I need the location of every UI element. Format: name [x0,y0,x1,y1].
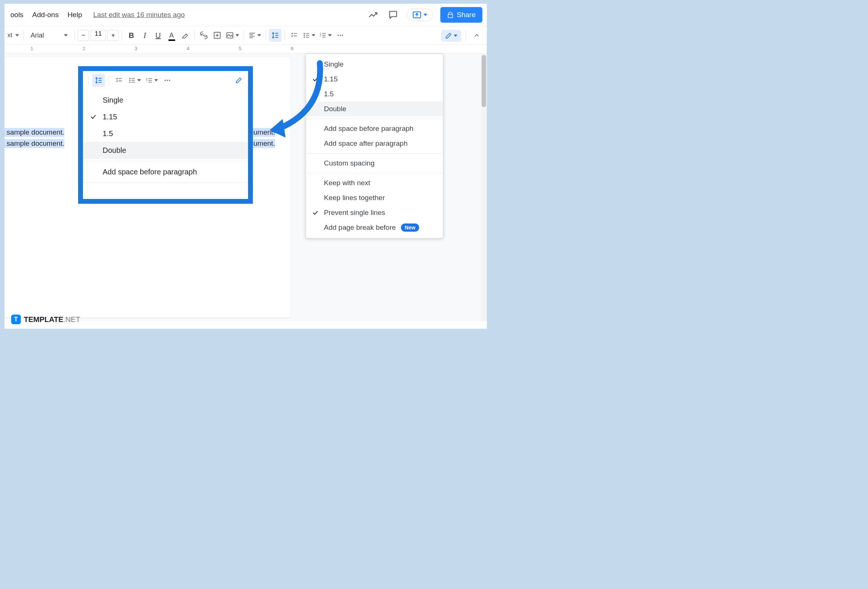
line-spacing-button[interactable] [269,29,282,42]
chevron-down-icon [424,14,427,16]
separator [466,31,466,41]
line-spacing-dropdown: Single 1.15 1.5 Double Add space before … [306,53,443,238]
separator [285,30,285,41]
add-comment-button[interactable] [211,29,223,42]
checklist-button[interactable] [113,74,125,87]
ruler-mark: 1 [31,46,33,51]
separator [109,75,109,86]
svg-point-8 [338,35,339,36]
separator [266,30,266,41]
more-button[interactable] [161,74,174,87]
svg-point-13 [130,81,130,83]
spacing-option-single[interactable]: Single [306,57,443,72]
menu-tools[interactable]: ools [6,8,28,22]
toolbar: xt Arial − 11 + B I U A [4,26,487,44]
svg-point-5 [304,37,305,38]
menu-divider [306,153,443,154]
bold-button[interactable]: B [125,29,137,42]
separator [194,30,195,41]
spacing-option-single[interactable]: Single [83,92,248,109]
add-space-after-option[interactable]: Add space after paragraph [306,136,443,151]
template-logo-icon: T [11,314,21,324]
scrollbar[interactable] [481,53,487,321]
document-text[interactable]: a sample document. [4,128,64,137]
pencil-icon[interactable] [232,74,245,87]
menu-addons[interactable]: Add-ons [28,8,63,22]
spacing-option-double[interactable]: Double [306,102,443,117]
line-spacing-button[interactable] [92,74,105,87]
check-icon [312,210,319,216]
check-icon [312,76,319,83]
svg-point-17 [167,80,168,81]
svg-point-16 [165,80,166,81]
insert-link-button[interactable] [198,29,210,42]
text-color-button[interactable]: A [165,29,178,42]
insert-image-button[interactable] [224,29,241,42]
font-size-input[interactable]: 11 [90,30,106,41]
align-button[interactable] [247,29,263,42]
underline-button[interactable]: U [152,29,164,42]
prevent-single-lines-option[interactable]: Prevent single lines [306,205,443,220]
svg-point-12 [130,80,130,81]
menu-divider [306,173,443,173]
bulleted-list-button[interactable] [301,29,317,42]
chevron-down-icon [64,34,68,37]
spacing-option-15[interactable]: 1.5 [83,125,248,142]
add-space-before-option[interactable]: Add space before paragraph [306,121,443,136]
last-edit-link[interactable]: Last edit was 16 minutes ago [93,11,185,19]
spacing-option-115[interactable]: 1.15 [83,109,248,125]
menu-divider [306,119,443,119]
watermark-text: .NET [63,315,80,323]
add-page-break-before-option[interactable]: Add page break before New [306,220,443,235]
svg-point-9 [340,35,341,36]
svg-point-11 [130,78,130,79]
menubar: ools Add-ons Help Last edit was 16 minut… [4,4,487,26]
increase-font-size-button[interactable]: + [108,30,119,41]
spacing-option-15[interactable]: 1.5 [306,87,443,102]
tutorial-highlight: 12 Single 1.15 1.5 Double Add space befo… [78,66,253,204]
more-button[interactable] [334,29,347,42]
bulleted-list-button[interactable] [127,74,142,87]
activity-icon[interactable] [367,9,379,21]
separator [122,30,122,41]
add-space-before-option[interactable]: Add space before paragraph [83,164,248,180]
document-text[interactable]: a sample document. [4,139,64,148]
share-button[interactable]: Share [440,7,482,23]
check-icon [90,114,97,120]
keep-with-next-option[interactable]: Keep with next [306,176,443,190]
ruler-mark: 3 [134,46,137,51]
editing-mode-button[interactable] [441,30,461,42]
italic-button[interactable]: I [138,29,151,42]
checklist-button[interactable] [288,29,301,42]
chevron-down-icon [311,34,315,37]
svg-text:2: 2 [146,79,148,82]
watermark: T TEMPLATE.NET [11,314,80,324]
custom-spacing-option[interactable]: Custom spacing [306,156,443,171]
ruler-mark: 2 [83,46,85,51]
menu-help[interactable]: Help [63,8,87,22]
menu-divider [83,161,248,161]
comments-icon[interactable] [387,9,399,21]
decrease-font-size-button[interactable]: − [78,30,89,41]
present-button[interactable] [407,9,433,21]
highlight-color-button[interactable] [179,29,191,42]
numbered-list-button[interactable]: 12 [144,74,159,87]
svg-point-10 [342,35,343,36]
font-family-dropdown[interactable]: Arial [27,29,71,42]
ruler-mark: 6 [291,46,294,51]
chevron-down-icon [454,35,458,37]
document-text[interactable]: cument. [250,139,275,148]
separator [244,30,244,41]
keep-lines-together-option[interactable]: Keep lines together [306,190,443,205]
highlight-dropdown: Single 1.15 1.5 Double Add space before … [83,90,248,183]
svg-point-18 [169,80,170,81]
collapse-toolbar-button[interactable] [471,30,483,42]
separator [88,75,89,86]
spacing-option-double[interactable]: Double [83,142,248,159]
document-text[interactable]: cument. [250,128,275,137]
numbered-list-button[interactable]: 12 [317,29,333,42]
scroll-thumb[interactable] [481,55,486,107]
chevron-down-icon [154,79,158,81]
text-style-dropdown[interactable]: xt [6,29,21,42]
spacing-option-115[interactable]: 1.15 [306,72,443,87]
